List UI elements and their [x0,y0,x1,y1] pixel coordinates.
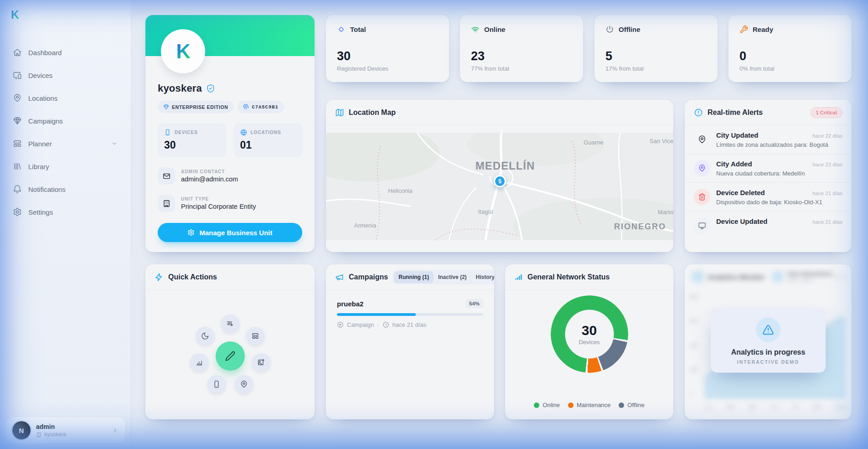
alert-item[interactable]: Device Deleted hace 21 días Dispositivo … [685,182,852,211]
analytics-icon [692,271,704,283]
quick-action-playlist-button[interactable] [221,315,239,333]
sidebar-item-settings[interactable]: Settings [5,203,126,221]
next-period-button[interactable]: › [842,273,844,281]
quick-action-edit-button[interactable] [216,341,245,371]
alert-description: Dispositivo dado de baja: Kiosko-Old-X1 [716,199,842,206]
tab-history[interactable]: History (3) [471,271,494,283]
alert-triangle-icon [756,317,780,342]
library-icon [13,162,22,171]
user-org-label: kyoskera [44,431,66,438]
alert-item[interactable]: City Added hace 22 días Nueva ciudad cob… [685,154,852,182]
map-pin-icon [13,93,22,103]
stat-sub: Registered Devices [337,65,438,72]
y-tick: 400 [690,343,698,348]
sidebar-item-notifications[interactable]: Notifications [5,180,126,198]
legend-label: Maintenance [577,402,610,408]
analytics-demo-overlay: Analytics in progress INTERACTIVE DEMO [711,308,826,372]
network-donut-chart: 30 Devices [551,295,628,373]
building-icon [158,195,175,212]
devices-stat-box: DEVICES 30 [158,123,227,157]
unit-type-label: UNIT TYPE [181,196,256,201]
sidebar-label: Devices [28,72,52,79]
bell-icon [13,185,22,194]
pencil-icon [225,351,236,361]
sidebar-user[interactable]: N admin kyoskera [6,417,125,444]
network-legend: Online Maintenance Offline [505,402,673,408]
map-cluster-marker[interactable]: 5 [494,175,506,187]
stat-value: 5 [605,49,707,63]
map-canvas[interactable]: Guarne San Vicente MEDELLÍN Heliconia It… [326,133,673,240]
metric-label: User Interactions [787,271,832,277]
devices-stat-label: DEVICES [175,130,198,135]
alert-item[interactable]: Device Updated hace 21 días [685,211,852,239]
sidebar-item-locations[interactable]: Locations [5,89,126,107]
quick-action-layout-button[interactable] [246,327,264,345]
fingerprint-icon [243,104,249,110]
sidebar-item-planner[interactable]: Planner [5,134,126,153]
legend-dot-online [534,403,539,408]
tab-running[interactable]: Running (1) [394,271,434,283]
metric-icon [772,271,784,283]
sidebar-item-dashboard[interactable]: Dashboard [5,43,126,62]
home-icon [13,48,22,57]
map-label-medellin: MEDELLÍN [475,160,535,172]
stat-value: 30 [337,49,438,63]
quick-actions-card: Quick Actions [145,264,315,419]
admin-contact-label: ADMIN CONTACT [181,169,238,174]
alert-time: hace 21 días [809,219,842,225]
locations-stat-label: LOCATIONS [251,130,281,135]
locations-stat-value: 01 [240,139,296,151]
layout-icon [13,139,22,148]
globe-icon [240,129,247,136]
tab-inactive[interactable]: Inactive (2) [434,271,471,283]
campaigns-title: Campaigns [349,273,388,281]
edition-badge-label: ENTERPRISE EDITION [172,104,228,110]
gear-icon [187,229,195,236]
info-circle-icon [694,108,703,117]
campaign-progress-fill [337,313,416,316]
meta-separator: · [377,321,379,328]
business-unit-card: K kyoskera ENTERPRISE EDITION C7A5C9B1 [145,15,315,252]
clock-icon [382,321,389,328]
bar-chart-icon [195,358,203,366]
manage-business-unit-button[interactable]: Manage Business Unit [158,223,302,242]
campaign-list-item[interactable]: prueba2 54% Campaign · hace 21 días [326,290,494,337]
x-tick: Dom [836,404,845,409]
stat-label: Ready [753,26,773,33]
donut-total-value: 30 [582,323,597,338]
gear-icon [13,207,22,217]
alert-title: Device Updated [716,217,768,225]
sidebar-label: Locations [28,94,57,102]
sidebar-label: Library [28,163,49,170]
unit-type-value: Principal Corporate Entity [181,203,256,210]
admin-contact-row: ADMIN CONTACT admin@admin.com [158,167,302,185]
quick-action-chart-button[interactable] [190,353,208,372]
quick-actions-title: Quick Actions [168,273,217,281]
quick-action-location-button[interactable] [235,375,253,393]
quick-action-moon-button[interactable] [196,327,214,345]
legend-dot-maintenance [568,403,574,408]
network-title: General Network Status [527,273,610,281]
map-label-rionegro: RIONEGRO [614,222,666,232]
alert-description: Nueva ciudad cobertura: Medellín [716,170,842,177]
smartphone-icon [212,380,221,388]
quick-action-device-button[interactable] [207,375,226,393]
user-name: admin [36,423,66,430]
app-logo[interactable]: K [11,8,19,21]
building-icon [36,432,42,438]
campaigns-tabs: Running (1) Inactive (2) History (3) [393,270,494,284]
quick-action-image-button[interactable] [252,353,270,372]
sidebar-item-campaigns[interactable]: Campaigns [5,112,126,130]
megaphone-icon [335,273,344,282]
alert-item[interactable]: City Updated hace 22 días Límites de zon… [685,125,852,154]
campaigns-card: Campaigns Running (1) Inactive (2) Histo… [326,264,494,419]
critical-count-badge: 1 Critical [811,107,842,118]
y-tick: 800 [690,294,698,299]
map-title: Location Map [349,108,396,117]
brand-k-logo: K [176,40,190,63]
user-avatar: N [12,421,31,439]
sidebar-item-library[interactable]: Library [5,157,126,175]
sidebar-item-devices[interactable]: Devices [5,66,126,84]
prev-period-button[interactable]: ‹ [836,273,838,281]
monitor-icon [694,217,710,234]
